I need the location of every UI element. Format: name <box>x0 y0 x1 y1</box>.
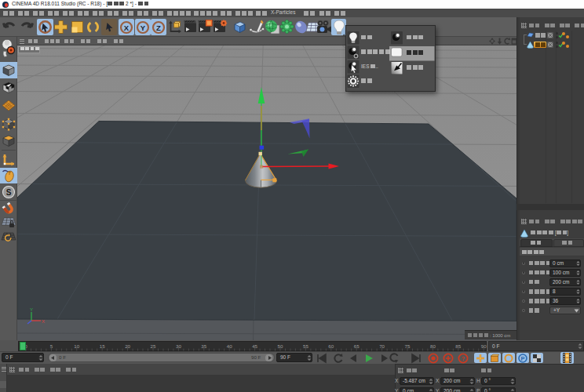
svg-text:P: P <box>520 355 524 362</box>
svg-text:Y: Y <box>30 307 33 312</box>
svg-text:Z: Z <box>156 23 161 31</box>
svg-text:S: S <box>6 188 12 197</box>
svg-text:?: ? <box>462 355 465 361</box>
svg-text:X: X <box>42 319 45 324</box>
svg-text:Y: Y <box>140 23 145 31</box>
svg-text:X: X <box>124 23 130 31</box>
